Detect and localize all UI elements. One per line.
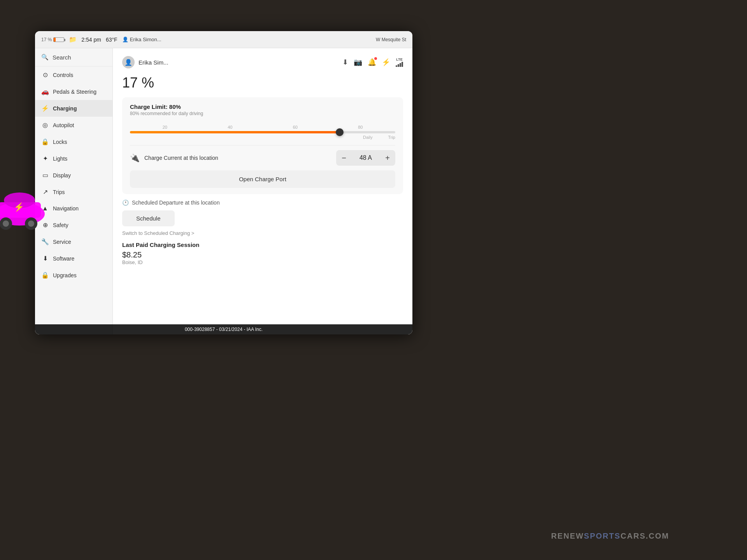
watermark-sports: SPORTS xyxy=(584,532,621,540)
sidebar-item-software[interactable]: ⬇ Software xyxy=(35,250,112,267)
watermark: RENEWSPORTSCARS.COM xyxy=(551,532,669,541)
bluetooth-icon[interactable]: ⚡ xyxy=(382,58,390,66)
signal-bar-3 xyxy=(400,63,401,67)
slider-markers: 20 40 60 80 xyxy=(130,125,395,130)
profile-name: Erika Sim... xyxy=(139,59,168,66)
download-icon[interactable]: ⬇ xyxy=(342,58,348,66)
sidebar-item-label: Trips xyxy=(53,189,65,195)
sidebar-item-label: Navigation xyxy=(53,205,79,212)
signal-bar-2 xyxy=(398,64,399,67)
car-shape: ⚡ xyxy=(0,171,47,235)
sidebar-item-locks[interactable]: 🔒 Locks xyxy=(35,133,112,150)
main-container: 🔍 Search ⊙ Controls 🚗 Pedals & Steering … xyxy=(35,48,412,334)
sidebar-item-label: Software xyxy=(53,256,74,262)
svg-point-6 xyxy=(28,220,34,227)
daily-label: Daily xyxy=(363,135,372,140)
lights-icon: ✦ xyxy=(41,155,49,162)
sidebar-item-label: Upgrades xyxy=(53,272,77,278)
last-session-section: Last Paid Charging Session $8.25 Boise, … xyxy=(122,242,403,265)
controls-icon: ⊙ xyxy=(41,71,49,79)
sidebar-item-label: Pedals & Steering xyxy=(53,89,96,95)
locks-icon: 🔒 xyxy=(41,138,49,145)
charge-limit-card: Charge Limit: 80% 80% recommended for da… xyxy=(122,97,403,194)
bell-icon[interactable]: 🔔 xyxy=(368,58,376,66)
sidebar-item-charging[interactable]: ⚡ Charging xyxy=(35,100,112,117)
sidebar-item-label: Autopilot xyxy=(53,122,74,128)
search-label: Search xyxy=(53,54,71,61)
sidebar-item-label: Controls xyxy=(53,72,73,78)
bottom-bar: 000-39028857 - 03/21/2024 - IAA Inc. xyxy=(35,324,412,334)
upgrades-icon: 🔒 xyxy=(41,271,49,279)
svg-text:⚡: ⚡ xyxy=(14,202,25,212)
autopilot-icon: ◎ xyxy=(41,121,49,129)
increase-button[interactable]: + xyxy=(380,150,395,166)
open-charge-port-button[interactable]: Open Charge Port xyxy=(130,170,395,188)
location-text: W Mesquite St xyxy=(376,37,406,42)
slider-fill xyxy=(130,131,340,133)
schedule-button[interactable]: Schedule xyxy=(122,210,175,226)
battery-bar xyxy=(53,37,64,42)
battery-fill xyxy=(54,38,55,42)
charge-limit-subtitle: 80% recommended for daily driving xyxy=(130,111,395,116)
notification-dot xyxy=(374,57,377,60)
battery-indicator: 17 % xyxy=(41,37,64,42)
status-bar-left: 17 % 📁 2:54 pm 63°F 👤 Erika Simon... xyxy=(41,36,161,43)
sidebar-item-label: Display xyxy=(53,172,71,178)
software-icon: ⬇ xyxy=(41,255,49,262)
avatar: 👤 xyxy=(122,56,135,68)
switch-link[interactable]: Switch to Scheduled Charging > xyxy=(122,230,403,236)
sidebar-item-controls[interactable]: ⊙ Controls xyxy=(35,66,112,83)
bottom-bar-text: 000-39028857 - 03/21/2024 - IAA Inc. xyxy=(185,327,263,332)
battery-percent-small: 17 % xyxy=(41,37,52,42)
sidebar-item-label: Safety xyxy=(53,222,68,228)
watermark-cars: CARS.COM xyxy=(621,532,669,540)
trip-label: Trip xyxy=(388,135,395,140)
plug-icon: 🔌 xyxy=(130,153,140,163)
file-icon: 📁 xyxy=(69,36,77,43)
charging-icon: ⚡ xyxy=(41,105,49,112)
svg-point-4 xyxy=(3,220,9,227)
pedals-icon: 🚗 xyxy=(41,88,49,95)
camera-icon[interactable]: 📷 xyxy=(354,58,362,66)
status-user: 👤 Erika Simon... xyxy=(122,37,161,42)
watermark-renew: RENEW xyxy=(551,532,584,540)
device-frame: 17 % 📁 2:54 pm 63°F 👤 Erika Simon... W M… xyxy=(35,31,412,334)
sidebar-item-label: Charging xyxy=(53,105,77,112)
search-item[interactable]: 🔍 Search xyxy=(35,48,112,66)
sidebar-item-label: Lights xyxy=(53,156,67,162)
car-area: ⚡ xyxy=(0,163,47,241)
battery-percent-large: 17 % xyxy=(122,75,403,91)
slider-bottom-labels: Daily Trip xyxy=(130,135,395,140)
sidebar-item-label: Service xyxy=(53,239,71,245)
marker-60: 60 xyxy=(293,125,298,130)
last-session-title: Last Paid Charging Session xyxy=(122,242,403,248)
sidebar-item-upgrades[interactable]: 🔒 Upgrades xyxy=(35,267,112,284)
scheduled-section: 🕐 Scheduled Departure at this location S… xyxy=(122,200,403,236)
sidebar-item-pedals[interactable]: 🚗 Pedals & Steering xyxy=(35,83,112,100)
decrease-button[interactable]: − xyxy=(336,150,352,166)
signal-area: LTE xyxy=(396,58,403,67)
charge-current-value: 48 A xyxy=(352,154,380,161)
slider-thumb[interactable] xyxy=(336,128,344,136)
signal-bar-1 xyxy=(396,65,397,67)
charge-limit-title: Charge Limit: 80% xyxy=(130,103,395,110)
last-session-location: Boise, ID xyxy=(122,259,403,265)
charge-slider-container[interactable]: 20 40 60 80 Daily Trip xyxy=(130,121,395,144)
scheduled-departure-row: 🕐 Scheduled Departure at this location xyxy=(122,200,403,206)
sidebar: 🔍 Search ⊙ Controls 🚗 Pedals & Steering … xyxy=(35,48,113,334)
slider-track[interactable] xyxy=(130,131,395,133)
content-area: 👤 Erika Sim... ⬇ 📷 🔔 ⚡ LTE xyxy=(113,48,412,334)
profile-header: 👤 Erika Sim... ⬇ 📷 🔔 ⚡ LTE xyxy=(122,56,403,68)
divider xyxy=(130,145,395,145)
user-icon-small: 👤 xyxy=(122,37,128,42)
lte-label: LTE xyxy=(396,58,402,61)
last-session-amount: $8.25 xyxy=(122,250,403,259)
charge-current-row: 🔌 Charge Current at this location − 48 A… xyxy=(130,150,395,166)
marker-40: 40 xyxy=(228,125,232,130)
sidebar-item-autopilot[interactable]: ◎ Autopilot xyxy=(35,117,112,133)
status-bar: 17 % 📁 2:54 pm 63°F 👤 Erika Simon... W M… xyxy=(35,31,412,48)
marker-20: 20 xyxy=(163,125,167,130)
clock-icon: 🕐 xyxy=(122,200,129,206)
status-time: 2:54 pm xyxy=(81,37,101,43)
search-icon: 🔍 xyxy=(41,54,49,61)
